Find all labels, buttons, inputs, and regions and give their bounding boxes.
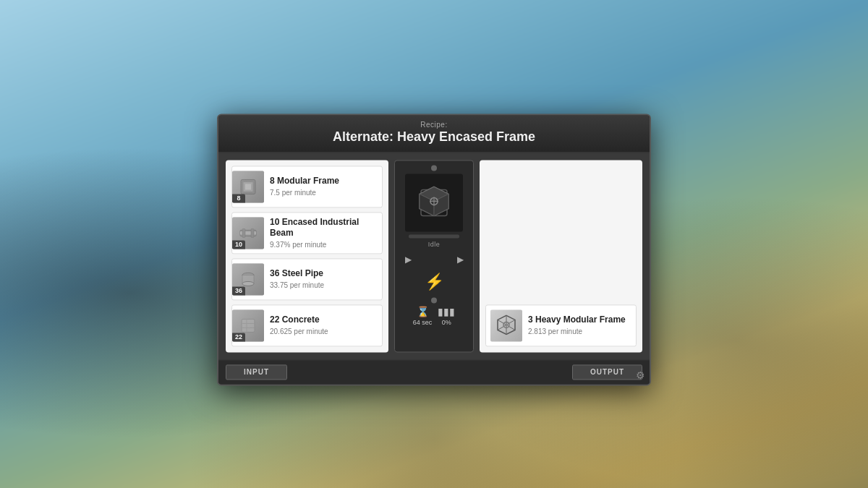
output-button[interactable]: OUTPUT <box>572 364 642 380</box>
gear-icon: ⚙ <box>636 369 645 381</box>
modal-body: 8 8 Modular Frame 7.5 per minute <box>218 153 650 359</box>
machine-progress-bar <box>409 234 459 238</box>
chart-icon: ▮▮▮ <box>438 306 455 317</box>
output-name: 3 Heavy Modular Frame <box>528 315 630 327</box>
ingredient-rate: 20.625 per minute <box>270 328 376 335</box>
svg-point-27 <box>506 324 508 326</box>
recipe-title: Alternate: Heavy Encased Frame <box>227 129 641 145</box>
machine-efficiency-stat: ▮▮▮ 0% <box>438 306 455 326</box>
lightning-icon: ⚡ <box>425 273 444 291</box>
ingredient-info-modular-frame: 8 Modular Frame 7.5 per minute <box>270 176 376 197</box>
input-panel: 8 8 Modular Frame 7.5 per minute <box>226 160 388 352</box>
output-spacer <box>485 166 637 300</box>
ingredient-icon-concrete: 22 <box>232 309 264 341</box>
ingredient-rate: 7.5 per minute <box>270 189 376 197</box>
clock-icon: ⌛ <box>417 306 429 317</box>
machine-icon-area <box>405 174 463 231</box>
badge-steel-pipe: 36 <box>232 286 245 295</box>
machine-arrows: ▶ ▶ <box>398 252 470 267</box>
modal-header: Recipe: Alternate: Heavy Encased Frame <box>218 115 650 153</box>
svg-point-9 <box>242 281 254 286</box>
list-item: 8 8 Modular Frame 7.5 per minute <box>231 166 383 207</box>
ingredient-name: 22 Concrete <box>270 315 376 327</box>
machine-panel: Idle ▶ ▶ ⚡ ⌛ 64 sec ▮▮▮ 0% <box>394 160 474 352</box>
machine-top-dot <box>431 165 437 171</box>
svg-rect-10 <box>242 319 255 332</box>
machine-efficiency-value: 0% <box>442 319 451 326</box>
machine-time-value: 64 sec <box>413 319 433 326</box>
prev-arrow-button[interactable]: ▶ <box>401 252 415 267</box>
list-item: 36 36 Steel Pipe 33.75 per minute <box>231 258 383 300</box>
badge-concrete: 22 <box>232 333 245 341</box>
ingredient-icon-steel-pipe: 36 <box>232 263 264 295</box>
ingredient-icon-encased-beam: 10 <box>232 217 264 249</box>
list-item: 3 Heavy Modular Frame 2.813 per minute <box>485 304 637 346</box>
machine-stats: ⌛ 64 sec ▮▮▮ 0% <box>413 306 456 326</box>
input-button[interactable]: INPUT <box>226 364 287 380</box>
next-arrow-button[interactable]: ▶ <box>453 252 467 267</box>
output-panel: 3 Heavy Modular Frame 2.813 per minute <box>480 160 642 352</box>
output-icon-heavy-modular-frame <box>490 309 522 341</box>
output-rate: 2.813 per minute <box>528 328 630 335</box>
badge-modular-frame: 8 <box>232 194 245 202</box>
ingredient-name: 8 Modular Frame <box>270 176 376 188</box>
svg-rect-2 <box>245 184 251 189</box>
machine-bottom-dot <box>431 297 437 303</box>
ingredient-rate: 33.75 per minute <box>270 281 376 289</box>
ingredient-info-concrete: 22 Concrete 20.625 per minute <box>270 315 376 336</box>
ingredient-rate: 9.37% per minute <box>270 241 376 249</box>
ingredient-info-encased-beam: 10 Encased Industrial Beam 9.37% per min… <box>270 217 376 249</box>
machine-status-text: Idle <box>428 241 441 248</box>
recipe-label: Recipe: <box>227 121 641 129</box>
ingredient-icon-modular-frame: 8 <box>232 171 264 202</box>
ingredient-name: 36 Steel Pipe <box>270 269 376 281</box>
recipe-modal: Recipe: Alternate: Heavy Encased Frame 8 <box>217 114 651 385</box>
machine-time-stat: ⌛ 64 sec <box>413 306 433 326</box>
list-item: 10 10 Encased Industrial Beam 9.37% per … <box>231 212 383 254</box>
badge-encased-beam: 10 <box>232 240 245 249</box>
ingredient-name: 10 Encased Industrial Beam <box>270 217 376 239</box>
output-info-heavy-modular-frame: 3 Heavy Modular Frame 2.813 per minute <box>528 315 630 336</box>
svg-rect-6 <box>251 228 254 237</box>
list-item: 22 22 Concrete 20.625 per minute <box>231 304 383 346</box>
modal-footer: INPUT OUTPUT <box>218 359 650 384</box>
ingredient-info-steel-pipe: 36 Steel Pipe 33.75 per minute <box>270 269 376 290</box>
svg-rect-5 <box>242 228 245 237</box>
